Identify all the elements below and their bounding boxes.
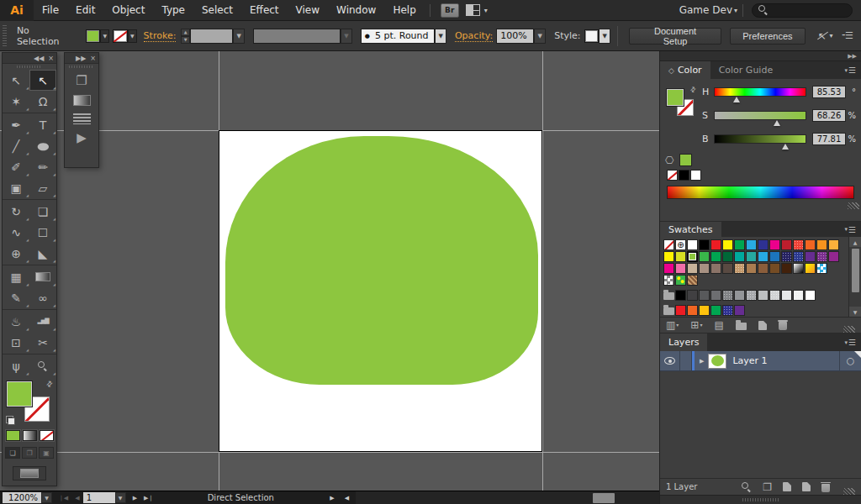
- ellipse-tool[interactable]: ●: [29, 135, 56, 156]
- draw-behind-button[interactable]: ❐: [22, 447, 37, 459]
- layer-lock-toggle[interactable]: [680, 351, 692, 370]
- swatch[interactable]: [746, 251, 757, 262]
- swatch[interactable]: [675, 305, 686, 316]
- horizontal-scrollbar-thumb[interactable]: [593, 493, 615, 503]
- menu-type[interactable]: Type: [153, 0, 193, 21]
- swatch[interactable]: [722, 305, 733, 316]
- color-group-folder-icon[interactable]: [663, 290, 674, 301]
- swatch-pattern[interactable]: [816, 263, 827, 274]
- swatch[interactable]: [710, 239, 721, 250]
- screen-mode-button[interactable]: [13, 466, 46, 480]
- color-swap-icon[interactable]: ⇄: [689, 85, 698, 94]
- swatch[interactable]: [663, 251, 674, 262]
- swatch-gradient[interactable]: [805, 263, 816, 274]
- slider-handle-b[interactable]: [782, 144, 789, 150]
- swatch-none[interactable]: [663, 239, 674, 250]
- pen-tool[interactable]: ✒: [3, 114, 29, 135]
- fill-indicator[interactable]: [7, 381, 32, 407]
- swatch[interactable]: [816, 239, 827, 250]
- delete-layer-icon[interactable]: [821, 482, 830, 492]
- opacity-caret[interactable]: ▼: [534, 29, 546, 44]
- perspective-grid-tool[interactable]: ◣: [29, 243, 56, 264]
- zoom-level-field[interactable]: 1200%: [3, 492, 41, 503]
- hand-tool[interactable]: ψ: [3, 355, 29, 376]
- tools-panel-header[interactable]: ◀◀ ×: [3, 53, 56, 64]
- horizontal-scrollbar[interactable]: [356, 491, 659, 504]
- swatch[interactable]: [734, 290, 745, 301]
- eraser-tool[interactable]: ▱: [29, 177, 56, 198]
- document-setup-button[interactable]: Document Setup: [629, 28, 721, 45]
- line-segment-tool[interactable]: ╱: [3, 135, 29, 156]
- swatch[interactable]: [828, 251, 839, 262]
- swatch[interactable]: [687, 305, 698, 316]
- swatch[interactable]: [687, 239, 698, 250]
- style-swatch[interactable]: [584, 29, 600, 43]
- swatch[interactable]: [734, 239, 745, 250]
- menu-view[interactable]: View: [288, 0, 328, 21]
- color-fill-proxy[interactable]: [667, 89, 684, 106]
- swatch-options-icon[interactable]: ▤: [714, 320, 723, 330]
- draw-inside-button[interactable]: ▣: [39, 447, 54, 459]
- zoom-tool[interactable]: [29, 355, 56, 376]
- selection-tool[interactable]: ↖: [3, 70, 29, 91]
- stepper-up-icon[interactable]: ▲: [181, 29, 190, 36]
- magic-wand-tool[interactable]: ✶: [3, 91, 29, 112]
- stroke-lines-icon[interactable]: [73, 113, 91, 124]
- dock-collapse-strip[interactable]: ▶▶: [660, 51, 861, 61]
- menu-select[interactable]: Select: [193, 0, 241, 21]
- search-input[interactable]: [752, 3, 853, 18]
- stroke-color-swatch[interactable]: [113, 29, 128, 43]
- rotate-tool[interactable]: ↻: [3, 201, 29, 222]
- opacity-field[interactable]: 100%: [496, 29, 534, 44]
- width-tool[interactable]: ∿: [3, 222, 29, 243]
- artboard-number-field[interactable]: 1: [83, 492, 115, 503]
- slider-value-s[interactable]: 68.26: [812, 109, 846, 122]
- controlbar-grip[interactable]: [3, 25, 7, 47]
- layer-row[interactable]: ▶ Layer 1 ○: [660, 351, 861, 371]
- scale-tool[interactable]: ❏: [29, 201, 56, 222]
- color-button[interactable]: [6, 430, 20, 441]
- style-caret[interactable]: ▼: [599, 29, 610, 44]
- gradient-tool[interactable]: [29, 266, 56, 287]
- artboard-tool[interactable]: ⊡: [3, 332, 29, 353]
- workspace-caret-icon[interactable]: ▾: [734, 7, 737, 14]
- brush-definition-field[interactable]: ● 5 pt. Round: [361, 29, 435, 44]
- stroke-weight-field[interactable]: [190, 29, 233, 44]
- scroll-up-icon[interactable]: ▲: [849, 237, 861, 247]
- swatch[interactable]: [805, 290, 816, 301]
- default-fill-stroke-icon[interactable]: [6, 416, 15, 425]
- stroke-link[interactable]: Stroke:: [144, 30, 177, 42]
- swatch[interactable]: [781, 251, 792, 262]
- mesh-tool[interactable]: ▦: [3, 266, 29, 287]
- swatch[interactable]: [769, 290, 780, 301]
- stroke-weight-stepper[interactable]: ▲▼: [181, 29, 190, 44]
- zoom-level-caret[interactable]: ▼: [41, 492, 52, 503]
- layers-empty-area[interactable]: [660, 371, 861, 478]
- swatch-selected[interactable]: [687, 251, 698, 262]
- swatch[interactable]: [699, 263, 710, 274]
- select-similar-caret[interactable]: ▾: [830, 32, 833, 39]
- draw-normal-button[interactable]: ❏: [5, 447, 20, 459]
- stroke-weight-caret[interactable]: ▼: [233, 29, 245, 44]
- swatch[interactable]: [675, 290, 686, 301]
- slider-handle-s[interactable]: [774, 120, 780, 126]
- lasso-tool[interactable]: Ω: [29, 91, 56, 112]
- slice-tool[interactable]: ✂: [29, 332, 56, 353]
- swatch-gradient[interactable]: [793, 263, 804, 274]
- swatch[interactable]: [793, 290, 804, 301]
- preferences-button[interactable]: Preferences: [730, 28, 805, 45]
- tab-layers[interactable]: Layers: [660, 333, 707, 351]
- slider-value-h[interactable]: 85.53: [812, 86, 846, 98]
- swatches-scrollbar[interactable]: ▲ ▼: [848, 237, 861, 317]
- swatch[interactable]: [793, 239, 804, 250]
- color-spectrum-bar[interactable]: [667, 186, 854, 199]
- swatch[interactable]: [699, 305, 710, 316]
- swatch[interactable]: [710, 290, 721, 301]
- swatch[interactable]: [828, 239, 839, 250]
- swatch-registration[interactable]: ⊕: [675, 239, 686, 250]
- swatch[interactable]: [816, 251, 827, 262]
- blend-tool[interactable]: ∞: [29, 287, 56, 308]
- fill-color-caret[interactable]: ▼: [100, 29, 109, 43]
- slider-track-s[interactable]: [714, 111, 806, 120]
- swatch[interactable]: [734, 251, 745, 262]
